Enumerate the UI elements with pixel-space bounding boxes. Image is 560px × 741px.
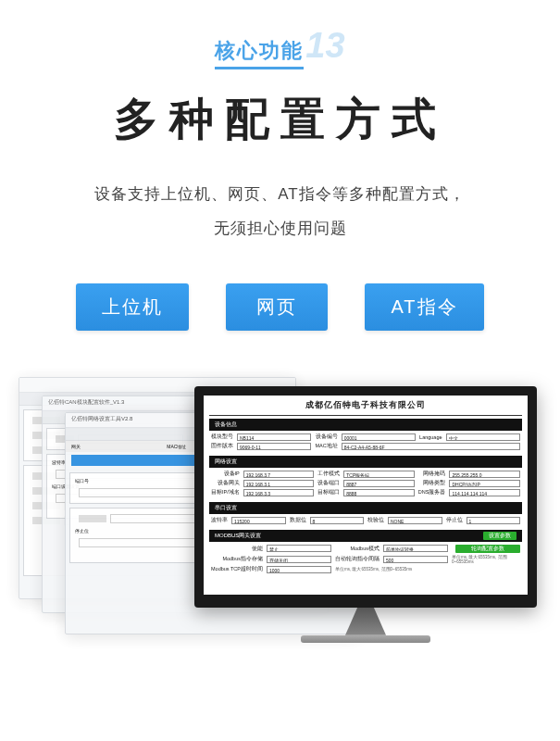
monitor-screen: 成都亿佰特电子科技有限公司 设备信息 模块型号NB114 设备编号00001 L… [204, 396, 528, 595]
section-device-info: 设备信息 [209, 419, 522, 431]
section-tag: 核心功能 13 [0, 28, 560, 69]
config-page-company: 成都亿佰特电子科技有限公司 [204, 396, 528, 413]
method-button-host: 上位机 [76, 283, 189, 331]
monitor-illustration: 成都亿佰特电子科技有限公司 设备信息 模块型号NB114 设备编号00001 L… [194, 386, 537, 643]
monitor-stand [345, 608, 386, 635]
monitor-frame: 成都亿佰特电子科技有限公司 设备信息 模块型号NB114 设备编号00001 L… [194, 386, 537, 608]
page-subtitle: 设备支持上位机、网页、AT指令等多种配置方式， 无须担心使用问题 [0, 177, 560, 246]
subtitle-line-2: 无须担心使用问题 [0, 211, 560, 245]
section-serial: 串口设置 [209, 502, 522, 514]
section-tag-number: 13 [305, 28, 344, 63]
subtitle-line-1: 设备支持上位机、网页、AT指令等多种配置方式， [0, 177, 560, 211]
set-param-button[interactable]: 设置参数 [483, 532, 516, 540]
section-tag-text: 核心功能 [215, 37, 304, 69]
poll-config-button[interactable]: 轮询配置参数 [455, 545, 520, 553]
method-buttons-row: 上位机 网页 AT指令 [0, 283, 560, 331]
method-button-at: AT指令 [365, 283, 483, 331]
section-network: 网络设置 [209, 456, 522, 468]
page-title: 多种配置方式 [0, 90, 560, 149]
method-button-web: 网页 [226, 283, 328, 331]
section-modbus: MODBUS网关设置 设置参数 [209, 530, 522, 542]
illustration-stage: 亿佰特CAN模块配置软件_V1.3 波特率 端口设置设置 亿佰特网络设置工具V2… [0, 377, 560, 729]
monitor-base [301, 635, 430, 643]
